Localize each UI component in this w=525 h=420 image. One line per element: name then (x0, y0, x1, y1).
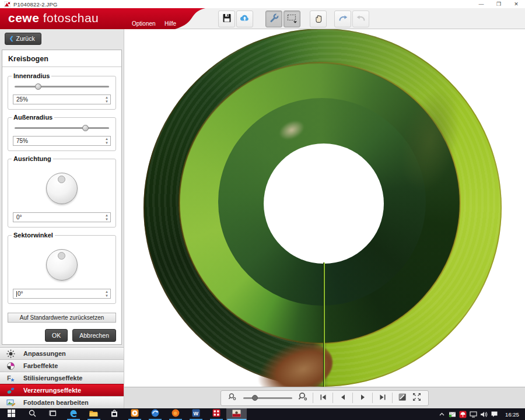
main-area: ❮ Zurück Kreisbogen Innenradius 25% ▲▼ (0, 29, 525, 408)
taskbar-edge[interactable] (63, 408, 83, 420)
inner-radius-field[interactable]: 25% ▲▼ (13, 94, 111, 104)
orientation-group: Ausrichtung 0° ▲▼ (8, 159, 116, 228)
sector-angle-field[interactable]: 0° ▲▼ (13, 289, 111, 299)
orientation-spinner[interactable]: ▲▼ (105, 214, 108, 222)
taskbar-firefox[interactable] (165, 408, 186, 420)
inner-radius-slider[interactable] (15, 86, 109, 88)
menu-help[interactable]: Hilfe (164, 20, 176, 27)
inner-radius-spinner[interactable]: ▲▼ (105, 96, 108, 104)
restore-button[interactable]: ❐ (490, 0, 508, 8)
spin-up-icon[interactable]: ▲ (105, 214, 108, 218)
outer-radius-spinner[interactable]: ▲▼ (105, 137, 108, 145)
menu-options[interactable]: Optionen (132, 20, 156, 27)
outer-radius-field[interactable]: 75% ▲▼ (13, 136, 111, 146)
taskbar-search-button[interactable] (22, 408, 43, 420)
spin-down-icon[interactable]: ▼ (105, 100, 108, 104)
spin-down-icon[interactable]: ▼ (105, 141, 108, 145)
wrench-tools-button[interactable] (265, 10, 282, 27)
spin-up-icon[interactable]: ▲ (105, 137, 108, 141)
last-image-button[interactable] (375, 391, 390, 405)
distorted-photo-preview[interactable] (124, 29, 525, 387)
close-button[interactable]: ✕ (508, 0, 525, 8)
cancel-button[interactable]: Abbrechen (72, 329, 116, 342)
toolbar-separator (372, 393, 373, 403)
prev-image-icon (339, 393, 347, 403)
cewe-fotoschau-icon (232, 409, 241, 419)
toolbar-separator (313, 393, 313, 403)
rect-select-button[interactable] (284, 10, 300, 27)
main-toolbar (218, 10, 369, 27)
prev-image-button[interactable] (335, 391, 350, 405)
stylize-star-icon: F (6, 374, 16, 383)
antivirus-icon[interactable] (457, 411, 468, 418)
taskbar-word[interactable]: W (186, 408, 206, 420)
notifications-icon[interactable] (489, 411, 499, 418)
task-view-button[interactable] (43, 408, 63, 420)
volume-icon[interactable] (478, 411, 489, 418)
taskbar-cewe-fotowelt[interactable] (206, 408, 226, 420)
brand-bold: cewe (8, 11, 39, 24)
reset-defaults-button[interactable]: Auf Standardwerte zurücksetzen (8, 313, 116, 323)
mail-icon[interactable] (447, 411, 457, 418)
spin-down-icon[interactable]: ▼ (105, 294, 108, 298)
zoom-slider-thumb[interactable] (252, 395, 258, 401)
taskbar-clock[interactable]: 16:25 (499, 411, 525, 418)
spin-up-icon[interactable]: ▲ (105, 96, 108, 100)
photo-canvas[interactable] (124, 29, 525, 408)
hand-pan-button[interactable] (310, 10, 327, 27)
taskbar-media-player[interactable] (124, 408, 145, 420)
accordion-item-stilisierungseffekte[interactable]: F Stilisierungseffekte (0, 372, 124, 384)
next-image-button[interactable] (355, 391, 370, 405)
view-toolbar (220, 390, 429, 406)
zoom-in-icon (298, 392, 308, 404)
canvas-bottom-band (124, 387, 525, 408)
zoom-slider[interactable] (243, 397, 292, 399)
save-button[interactable] (218, 10, 235, 27)
ok-button[interactable]: OK (45, 329, 68, 342)
spin-up-icon[interactable]: ▲ (105, 290, 108, 294)
image-seam (323, 262, 325, 387)
taskbar-file-explorer[interactable] (83, 408, 104, 420)
dialog-buttons: OK Abbrechen (8, 329, 116, 342)
sector-angle-spinner[interactable]: ▲▼ (105, 290, 108, 298)
share-redo-icon (338, 13, 348, 25)
share-redo-button[interactable] (334, 10, 351, 27)
start-button[interactable] (0, 408, 22, 420)
word-icon: W (192, 409, 200, 419)
task-view-icon (49, 409, 57, 419)
orientation-field[interactable]: 0° ▲▼ (13, 212, 111, 222)
next-image-icon (359, 393, 367, 403)
accordion-item-label: Verzerrungseffekte (23, 387, 81, 394)
sector-angle-knob[interactable] (46, 249, 78, 281)
accordion-item-label: Stilisierungseffekte (23, 374, 82, 382)
toolbar-separator (332, 393, 333, 403)
minimize-button[interactable]: — (473, 0, 490, 8)
spin-down-icon[interactable]: ▼ (105, 218, 108, 222)
inner-radius-slider-thumb[interactable] (35, 83, 41, 90)
outer-radius-slider[interactable] (15, 127, 109, 129)
outer-radius-slider-thumb[interactable] (82, 125, 89, 131)
kreisbogen-panel: Kreisbogen Innenradius 25% ▲▼ Außenradiu… (2, 50, 122, 345)
taskbar-cewe-fotoschau-active[interactable] (226, 408, 247, 420)
cloud-upload-button[interactable] (236, 10, 253, 27)
back-button[interactable]: ❮ Zurück (5, 33, 41, 45)
accordion-item-verzerrungseffekte[interactable]: Verzerrungseffekte (0, 384, 124, 396)
first-image-button[interactable] (316, 391, 330, 405)
network-icon[interactable] (468, 411, 478, 418)
fullscreen-button[interactable] (410, 391, 424, 405)
zoom-out-button[interactable] (225, 391, 240, 405)
tray-expand-icon[interactable] (436, 412, 447, 416)
orientation-knob[interactable] (46, 173, 78, 204)
taskbar-cewe-community[interactable] (145, 408, 165, 420)
orientation-label: Ausrichtung (12, 155, 53, 162)
taskbar-store[interactable] (104, 408, 124, 420)
accordion-item-farbeffekte[interactable]: Farbeffekte (0, 359, 124, 372)
accordion-item-anpassungen[interactable]: Anpassungen (0, 347, 124, 359)
outer-radius-value: 75% (16, 138, 28, 144)
undo-button[interactable] (352, 10, 369, 27)
text-cursor (16, 291, 17, 297)
effects-accordion: Anpassungen Farbeffekte F Stilisierungse… (0, 347, 124, 408)
compare-button[interactable] (395, 391, 410, 405)
accordion-item-fotodaten[interactable]: Fotodaten bearbeiten (0, 396, 124, 408)
zoom-in-button[interactable] (296, 391, 310, 405)
